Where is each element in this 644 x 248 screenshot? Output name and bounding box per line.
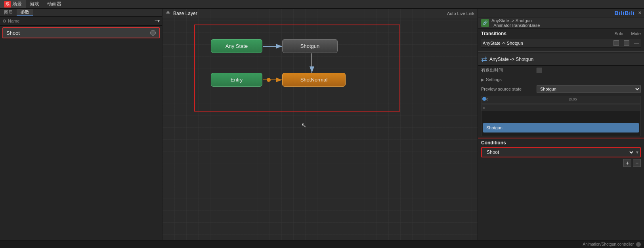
add-param-button[interactable]: + [155, 18, 157, 24]
transition-row-label: AnyState -> Shotgun [483, 41, 613, 45]
remove-condition-button[interactable]: − [633, 159, 641, 167]
timeline-header: 0 [482, 105, 640, 111]
preview-source-select[interactable]: Shotgun [537, 85, 641, 93]
inspector-path-line1: AnyState -> Shotgun [491, 18, 540, 23]
conditions-section: Conditions Shoot ▾ + − [478, 138, 644, 170]
solo-checkbox[interactable] [613, 40, 619, 46]
timeline-label-0: 0 [486, 97, 488, 101]
param-circle-icon [150, 30, 156, 36]
svg-point-5 [267, 78, 271, 82]
timeline-section: 0 |0.05 0 Shotgun [478, 94, 644, 138]
node-anystate[interactable]: Any State [211, 39, 262, 53]
conditions-row: Shoot ▾ [481, 147, 641, 157]
timeline-body: Shotgun [482, 111, 640, 136]
add-condition-button[interactable]: + [623, 159, 631, 167]
search-bar: ⚙ Name + ▾ [0, 17, 162, 26]
has-exit-time-row: 有退出时间 [478, 66, 644, 75]
menu-item-scene[interactable]: 场 场景 [0, 0, 26, 8]
timeline-label-mid: |0.05 [569, 97, 577, 101]
minus-icon: — [634, 40, 639, 46]
mute-col-label: Mute [631, 31, 641, 36]
section-divider [478, 51, 644, 52]
scene-tag: 场 [4, 1, 11, 8]
transition-detail-header: ⇄ AnyState -> Shotgun [478, 53, 644, 66]
top-branding-bar: BiliBili ✕ [478, 9, 644, 17]
status-bar: Animation/Shotgun.controller [0, 240, 644, 248]
canvas-area: 👁 Base Layer Auto Live Link [162, 9, 478, 248]
transition-detail-label: AnyState -> Shotgun [489, 57, 533, 62]
conditions-actions: + − [481, 157, 641, 168]
node-entry[interactable]: Entry [211, 73, 262, 87]
node-shotnormal[interactable]: ShotNormal [282, 73, 346, 87]
node-shotgun[interactable]: Shotgun [282, 39, 338, 53]
conditions-header: Conditions [481, 140, 641, 146]
shotgun-timeline-bar: Shotgun [483, 123, 639, 133]
transitions-cols: Solo Mute [615, 31, 641, 36]
transition-row-anystate-shotgun[interactable]: AnyState -> Shotgun — [481, 39, 641, 47]
chevron-icon: ▾ [157, 18, 160, 24]
status-indicator [636, 242, 641, 247]
brand-label: BiliBili [614, 10, 635, 16]
inspector-path-line2: | AnimatorTransitionBase [491, 23, 540, 28]
transitions-title: Transitions [481, 31, 506, 36]
conditions-dropdown-arrow-icon: ▾ [634, 150, 640, 155]
tab-params[interactable]: 参数 [17, 9, 33, 16]
timeline-start-num: 0 [483, 106, 485, 110]
timeline-container: 0 Shotgun [481, 104, 641, 136]
condition-dropdown[interactable]: Shoot [482, 148, 634, 157]
right-panel: BiliBili ✕ 🔗 AnyState -> Shotgun | Anima… [478, 9, 644, 248]
menu-item-game[interactable]: 游戏 [26, 0, 43, 8]
status-path: Animation/Shotgun.controller [583, 242, 634, 246]
menu-bar: 场 场景 游戏 动画器 [0, 0, 644, 9]
search-label: Name [8, 19, 19, 23]
param-row-shoot[interactable]: Shoot [2, 27, 160, 38]
settings-arrow-icon: ▶ [481, 78, 484, 82]
mute-checkbox[interactable] [624, 40, 629, 46]
inspector-path-bar: 🔗 AnyState -> Shotgun | AnimatorTransiti… [478, 17, 644, 28]
collapse-button[interactable]: ✕ [638, 10, 642, 15]
left-panel: 图层 参数 ⚙ Name + ▾ Shoot [0, 9, 162, 248]
tab-layers[interactable]: 图层 [0, 9, 17, 16]
timeline-playhead [482, 97, 486, 101]
solo-col-label: Solo [615, 31, 623, 36]
has-exit-time-label: 有退出时间 [481, 67, 537, 73]
settings-row[interactable]: ▶ Settings [478, 75, 644, 84]
search-icon: ⚙ [2, 19, 6, 24]
transitions-header: Transitions Solo Mute [481, 31, 641, 36]
has-exit-time-checkbox[interactable] [537, 68, 542, 73]
inspector-icon: 🔗 [481, 19, 489, 27]
preview-source-row: Preview source state Shotgun [478, 84, 644, 94]
transition-icon: ⇄ [481, 55, 487, 64]
panel-tabs: 图层 参数 [0, 9, 162, 17]
preview-source-label: Preview source state [481, 87, 537, 91]
transitions-section: Transitions Solo Mute AnyState -> Shotgu… [478, 28, 644, 50]
menu-item-animator[interactable]: 动画器 [43, 0, 65, 8]
param-label: Shoot [6, 30, 150, 36]
settings-label: Settings [486, 77, 502, 82]
diagram-svg [195, 25, 399, 111]
diagram-container: Any State Shotgun Entry ShotNormal [194, 25, 400, 112]
